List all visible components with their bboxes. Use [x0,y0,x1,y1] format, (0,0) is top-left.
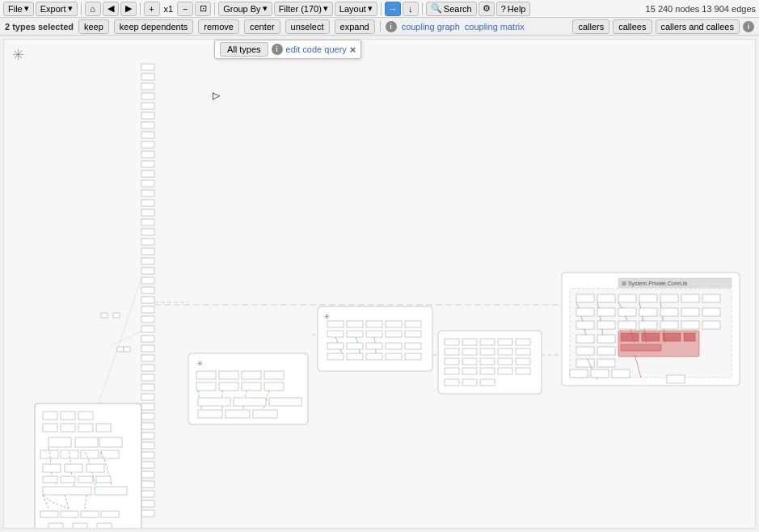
svg-rect-117 [405,343,421,349]
svg-rect-178 [576,335,594,343]
svg-rect-145 [462,379,477,386]
edit-code-query-link[interactable]: edit code query [286,44,347,54]
svg-rect-76 [95,487,127,495]
filter-dropdown[interactable]: Filter (170) ▾ [274,2,333,16]
all-types-tab[interactable]: All types [220,42,268,57]
coupling-graph-link[interactable]: coupling graph [402,22,460,32]
svg-rect-130 [462,348,477,355]
svg-rect-103 [327,321,344,327]
keep-button[interactable]: keep [78,19,109,34]
search-button[interactable]: 🔍 Search [426,2,477,16]
svg-rect-118 [327,353,344,360]
filter-arrow: ▾ [323,3,328,14]
svg-rect-185 [591,369,609,378]
zoom-out-button[interactable]: − [177,2,193,16]
svg-rect-174 [642,333,660,341]
nav-home-button[interactable]: ⌂ [85,2,101,16]
svg-rect-38 [141,433,154,439]
forward-arrow-button[interactable]: → [385,2,401,16]
svg-rect-153 [618,294,636,302]
export-arrow: ▾ [68,3,73,14]
svg-rect-74 [96,476,111,483]
svg-rect-120 [366,353,382,360]
svg-rect-41 [141,462,154,468]
bottom-left-cluster [35,403,141,528]
settings-button[interactable]: ⚙ [479,2,495,16]
fit-button[interactable]: ⊡ [195,2,211,16]
svg-rect-157 [702,294,720,302]
sel-sep1 [380,21,381,32]
sep5 [422,2,423,15]
svg-rect-58 [61,424,75,432]
svg-rect-173 [621,333,639,341]
group-by-dropdown[interactable]: Group By ▾ [218,2,272,16]
callers-and-callees-label: callers and callees [661,22,735,32]
far-right-cluster: ⊞ System.Private.CoreLib [562,272,740,386]
svg-rect-49 [101,313,108,318]
coupling-info-icon[interactable]: i [386,21,397,32]
sep2 [140,2,141,15]
remove-button[interactable]: remove [198,19,239,34]
svg-rect-139 [445,368,459,374]
svg-rect-113 [327,343,344,349]
svg-rect-0 [141,64,154,70]
svg-rect-52 [124,347,130,352]
svg-rect-109 [347,331,363,337]
svg-rect-160 [618,308,636,316]
down-arrow-button[interactable]: ↓ [403,2,419,16]
expand-button[interactable]: expand [335,19,375,34]
callers-and-callees-button[interactable]: callers and callees [656,19,740,34]
help-button[interactable]: ? Help [496,2,531,16]
svg-rect-180 [576,347,594,355]
svg-rect-69 [65,464,82,472]
svg-rect-142 [498,368,512,374]
center-button[interactable]: center [244,19,280,34]
keep-dependents-label: keep dependents [120,22,188,32]
svg-rect-57 [43,424,57,432]
svg-rect-64 [40,450,58,458]
svg-rect-81 [48,523,63,528]
svg-rect-43 [141,481,154,488]
svg-rect-11 [141,171,154,177]
svg-rect-35 [141,403,154,410]
unselect-button[interactable]: unselect [285,19,330,34]
svg-rect-25 [141,306,154,313]
coupling-matrix-link[interactable]: coupling matrix [465,22,525,32]
nav-forward-button[interactable]: ▶ [120,2,137,16]
file-arrow: ▾ [24,3,29,14]
popup-close-button[interactable]: × [350,44,356,56]
svg-rect-146 [480,379,495,386]
zoom-in-button[interactable]: + [144,2,160,16]
center-label: center [250,22,275,32]
search-icon: 🔍 [431,3,442,14]
svg-rect-80 [101,511,119,517]
svg-rect-187 [667,375,685,383]
svg-rect-159 [597,308,615,316]
svg-rect-34 [141,394,154,400]
svg-rect-79 [81,511,99,517]
svg-rect-16 [141,219,154,226]
svg-rect-42 [141,471,154,478]
canvas[interactable]: ✳ All types i edit code query × ▷ [3,39,756,529]
layout-dropdown[interactable]: Layout ▾ [335,2,377,16]
svg-rect-100 [253,410,277,418]
svg-rect-129 [445,348,459,355]
nav-back-button[interactable]: ◀ [103,2,119,16]
svg-rect-141 [480,368,495,374]
callees-info-icon[interactable]: i [743,21,754,32]
popup-info-icon[interactable]: i [272,44,283,55]
group-by-label: Group By [223,4,260,14]
callees-button[interactable]: callees [613,19,651,34]
svg-rect-7 [141,132,154,138]
keep-dependents-button[interactable]: keep dependents [114,19,193,34]
svg-rect-93 [242,382,261,391]
export-menu[interactable]: Export ▾ [36,2,78,16]
file-menu[interactable]: File ▾ [3,2,34,16]
callers-button[interactable]: callers [572,19,609,34]
callers-label: callers [578,22,604,32]
svg-rect-28 [141,336,154,342]
svg-rect-18 [141,239,154,245]
svg-rect-128 [516,339,530,345]
svg-rect-94 [264,382,284,391]
svg-text:⊞ System.Private.CoreLib: ⊞ System.Private.CoreLib [622,281,688,287]
